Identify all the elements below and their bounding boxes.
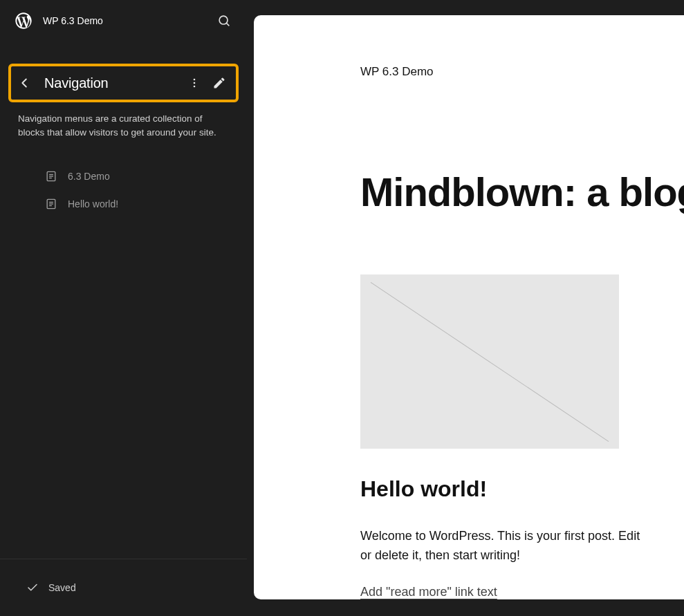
- more-vertical-icon: [187, 76, 201, 90]
- site-title[interactable]: WP 6.3 Demo: [43, 15, 212, 26]
- featured-image-placeholder[interactable]: [360, 274, 619, 449]
- navigation-item[interactable]: Hello world!: [18, 190, 229, 218]
- navigation-item-label: Hello world!: [68, 198, 118, 209]
- page-preview[interactable]: WP 6.3 Demo Mindblown: a blog a Hello wo…: [254, 15, 684, 599]
- navigation-item-label: 6.3 Demo: [68, 171, 110, 182]
- page-headline[interactable]: Mindblown: a blog a: [360, 169, 684, 215]
- page-icon: [44, 197, 58, 211]
- editor-canvas: WP 6.3 Demo Mindblown: a blog a Hello wo…: [247, 0, 684, 616]
- navigation-options-button[interactable]: [183, 72, 205, 94]
- pencil-icon: [212, 76, 226, 90]
- navigation-item[interactable]: 6.3 Demo: [18, 162, 229, 190]
- save-status: Saved: [0, 559, 247, 616]
- placeholder-diagonal: [371, 282, 609, 442]
- navigation-actions: [183, 72, 230, 94]
- wordpress-logo-icon[interactable]: [14, 11, 33, 30]
- topbar: WP 6.3 Demo: [0, 0, 247, 41]
- svg-point-0: [219, 16, 228, 24]
- page-content: WP 6.3 Demo Mindblown: a blog a Hello wo…: [254, 15, 684, 599]
- check-icon: [26, 581, 39, 594]
- svg-point-3: [194, 82, 196, 84]
- navigation-description: Navigation menus are a curated collectio…: [0, 102, 247, 139]
- search-button[interactable]: [212, 9, 236, 32]
- navigation-title: Navigation: [44, 75, 183, 91]
- chevron-left-icon: [17, 75, 33, 91]
- post-body[interactable]: Welcome to WordPress. This is your first…: [360, 527, 651, 566]
- save-status-label: Saved: [48, 582, 76, 593]
- svg-point-2: [194, 79, 196, 81]
- navigation-item-list: 6.3 Demo Hello world!: [0, 162, 247, 218]
- page-icon: [44, 169, 58, 183]
- sidebar: WP 6.3 Demo Navigation: [0, 0, 247, 616]
- search-icon: [216, 13, 232, 28]
- site-brand[interactable]: WP 6.3 Demo: [360, 65, 684, 79]
- back-button[interactable]: [14, 72, 36, 94]
- read-more-link[interactable]: Add "read more" link text: [360, 585, 497, 599]
- svg-line-1: [226, 23, 229, 26]
- post-title[interactable]: Hello world!: [360, 476, 684, 502]
- navigation-header: Navigation: [8, 64, 239, 102]
- svg-point-4: [194, 86, 196, 88]
- edit-navigation-button[interactable]: [208, 72, 230, 94]
